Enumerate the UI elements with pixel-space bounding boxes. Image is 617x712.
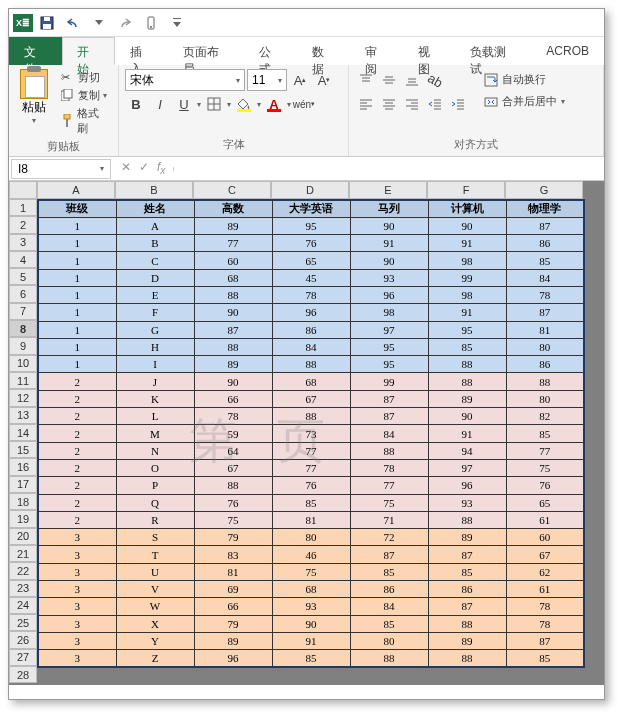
align-bottom-button[interactable]	[401, 69, 423, 91]
cell[interactable]: 86	[272, 321, 350, 338]
cell[interactable]: 91	[428, 425, 506, 442]
cell[interactable]: 1	[38, 356, 116, 373]
tab-file[interactable]: 文件	[9, 37, 62, 65]
cell[interactable]: 88	[428, 650, 506, 667]
cell[interactable]: 90	[350, 217, 428, 234]
cell[interactable]: 97	[350, 321, 428, 338]
row-header[interactable]: 15	[9, 441, 37, 458]
cell[interactable]: 2	[38, 425, 116, 442]
cell[interactable]: 89	[194, 632, 272, 649]
cell[interactable]: V	[116, 581, 194, 598]
cell[interactable]: P	[116, 477, 194, 494]
cell[interactable]: X	[116, 615, 194, 632]
cell[interactable]: 76	[194, 494, 272, 511]
cell[interactable]: 89	[428, 632, 506, 649]
cell[interactable]: 84	[350, 425, 428, 442]
tab-acrobat[interactable]: ACROB	[531, 37, 604, 65]
tab-insert[interactable]: 插入	[115, 37, 168, 65]
cell[interactable]: 85	[506, 650, 584, 667]
cell[interactable]: 61	[506, 511, 584, 528]
touch-mode-button[interactable]	[139, 12, 163, 34]
cell[interactable]: 75	[272, 563, 350, 580]
decrease-indent-button[interactable]	[424, 93, 446, 115]
column-header[interactable]: G	[505, 181, 583, 199]
cell[interactable]: 84	[506, 269, 584, 286]
cut-button[interactable]: ✂剪切	[58, 69, 112, 86]
decrease-font-button[interactable]: A▾	[313, 69, 335, 91]
row-header[interactable]: 20	[9, 528, 37, 545]
select-all-corner[interactable]	[9, 181, 37, 199]
cell[interactable]: D	[116, 269, 194, 286]
redo-button[interactable]	[113, 12, 137, 34]
cell[interactable]: 1	[38, 269, 116, 286]
cell[interactable]: 98	[428, 286, 506, 303]
cell[interactable]: 60	[194, 252, 272, 269]
cell[interactable]: 1	[38, 286, 116, 303]
cell[interactable]: 2	[38, 511, 116, 528]
tab-view[interactable]: 视图	[403, 37, 456, 65]
cell[interactable]: 78	[506, 286, 584, 303]
tab-home[interactable]: 开始	[62, 37, 115, 65]
name-box[interactable]: I8▾	[11, 159, 111, 179]
cell[interactable]: 1	[38, 338, 116, 355]
cell[interactable]: L	[116, 408, 194, 425]
cell[interactable]: 95	[350, 338, 428, 355]
cell[interactable]: 78	[350, 459, 428, 476]
cell[interactable]: 1	[38, 217, 116, 234]
cell[interactable]: 75	[194, 511, 272, 528]
row-header[interactable]: 26	[9, 631, 37, 648]
font-size-combo[interactable]: 11▾	[247, 69, 287, 91]
cell[interactable]: 87	[428, 546, 506, 563]
cell[interactable]: 1	[38, 252, 116, 269]
row-header[interactable]: 18	[9, 493, 37, 510]
cell[interactable]: 81	[272, 511, 350, 528]
cell[interactable]: 65	[506, 494, 584, 511]
row-header[interactable]: 10	[9, 355, 37, 372]
cell[interactable]: A	[116, 217, 194, 234]
cell[interactable]: 68	[272, 373, 350, 390]
italic-button[interactable]: I	[149, 93, 171, 115]
cell[interactable]: 86	[506, 356, 584, 373]
underline-button[interactable]: U	[173, 93, 195, 115]
row-header[interactable]: 1	[9, 199, 37, 216]
cell[interactable]: 88	[506, 373, 584, 390]
cell[interactable]: W	[116, 598, 194, 615]
cell[interactable]: 90	[194, 373, 272, 390]
table-header-cell[interactable]: 班级	[38, 200, 116, 217]
wrap-text-button[interactable]: 自动换行	[479, 69, 570, 90]
cell[interactable]: 90	[428, 408, 506, 425]
cell[interactable]: 96	[272, 304, 350, 321]
cell[interactable]: 85	[506, 425, 584, 442]
cell[interactable]: 86	[428, 581, 506, 598]
cell[interactable]: 84	[350, 598, 428, 615]
row-header[interactable]: 11	[9, 372, 37, 389]
cell[interactable]: 2	[38, 408, 116, 425]
chevron-down-icon[interactable]: ▾	[257, 100, 261, 109]
bold-button[interactable]: B	[125, 93, 147, 115]
cell[interactable]: 94	[428, 442, 506, 459]
table-header-cell[interactable]: 马列	[350, 200, 428, 217]
tab-loadtest[interactable]: 负载测试	[455, 37, 531, 65]
cell[interactable]: 95	[428, 321, 506, 338]
cell[interactable]: 99	[428, 269, 506, 286]
cell[interactable]: 88	[428, 615, 506, 632]
table-header-cell[interactable]: 大学英语	[272, 200, 350, 217]
tab-review[interactable]: 审阅	[350, 37, 403, 65]
cell[interactable]: 90	[194, 304, 272, 321]
cell[interactable]: K	[116, 390, 194, 407]
fill-color-button[interactable]	[233, 93, 255, 115]
customize-qat-icon[interactable]	[165, 12, 189, 34]
cell[interactable]: 83	[194, 546, 272, 563]
cell[interactable]: 81	[506, 321, 584, 338]
dropdown-icon[interactable]	[87, 12, 111, 34]
table-header-cell[interactable]: 高数	[194, 200, 272, 217]
cell[interactable]: I	[116, 356, 194, 373]
phonetic-button[interactable]: wén▾	[293, 93, 315, 115]
cell[interactable]: 69	[194, 581, 272, 598]
row-header[interactable]: 16	[9, 458, 37, 475]
cell[interactable]: 87	[506, 217, 584, 234]
cell[interactable]: 78	[506, 615, 584, 632]
column-header[interactable]: B	[115, 181, 193, 199]
cell[interactable]: 78	[272, 286, 350, 303]
tab-layout[interactable]: 页面布局	[168, 37, 244, 65]
